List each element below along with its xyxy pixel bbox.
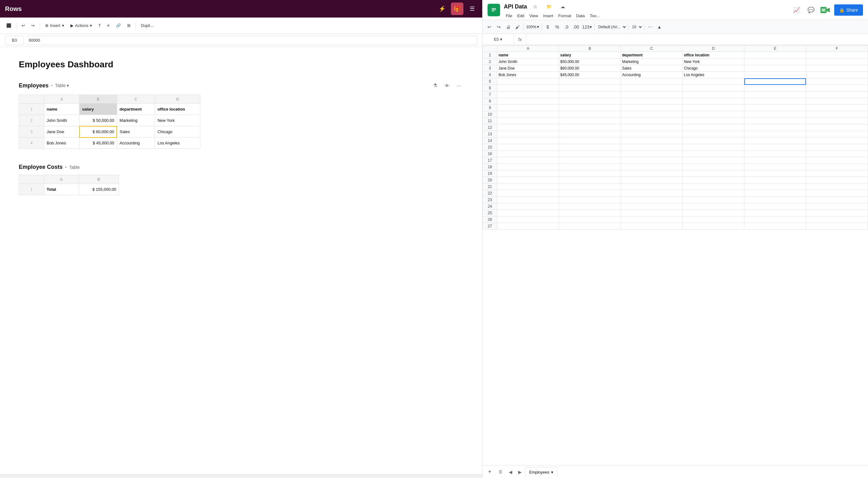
cell-b3[interactable]: $60,000.00 <box>559 65 621 72</box>
insert-button[interactable]: ⊕ Insert ▾ <box>42 20 67 31</box>
cell-a3[interactable]: Jane Doe <box>497 65 559 72</box>
cell-e3[interactable] <box>744 65 806 72</box>
cell-a5[interactable] <box>497 78 559 85</box>
employees-sheet-tab[interactable]: Employees ▾ <box>525 467 557 477</box>
more-options-button[interactable]: ⋯ <box>454 81 463 90</box>
cell-d3[interactable]: Chicago <box>682 65 744 72</box>
menu-file[interactable]: File <box>504 13 514 19</box>
sheets-grid[interactable]: A B C D E F 1 name salary department <box>483 45 868 466</box>
paint-format-button[interactable]: 🖌 <box>513 22 522 32</box>
filter-button[interactable]: ⚗ <box>430 81 440 90</box>
employees-col-c-header[interactable]: C <box>117 95 155 104</box>
cell-c4[interactable]: Accounting <box>621 72 682 78</box>
employees-location-header[interactable]: office location <box>155 104 200 115</box>
employees-row3-dept[interactable]: Sales <box>117 126 155 138</box>
cell-e2[interactable] <box>744 59 806 65</box>
cell-f5[interactable] <box>806 78 868 85</box>
cell-e5[interactable] <box>744 78 806 85</box>
undo-button[interactable]: ↩ <box>19 20 28 31</box>
cell-a4[interactable]: Bob Jones <box>497 72 559 78</box>
col-d-header[interactable]: D <box>682 46 744 52</box>
employees-name-header[interactable]: name <box>44 104 80 115</box>
meet-button[interactable]: M <box>820 4 831 16</box>
font-family-select[interactable]: Default (Ari... <box>596 24 627 30</box>
cell-d4[interactable]: Los Angeles <box>682 72 744 78</box>
cell-a2[interactable]: John Smith <box>497 59 559 65</box>
employees-row2-salary[interactable]: $ 50,000.00 <box>80 115 117 126</box>
menu-edit[interactable]: Edit <box>516 13 526 19</box>
cell-e1[interactable] <box>744 52 806 59</box>
employees-salary-header[interactable]: salary <box>80 104 117 115</box>
employees-type-button[interactable]: Table ▾ <box>55 83 69 88</box>
more-options-button[interactable]: ⋯ <box>646 22 654 32</box>
col-f-header[interactable]: F <box>806 46 868 52</box>
undo-button[interactable]: ↩ <box>485 22 494 32</box>
visibility-button[interactable]: 👁 <box>442 81 452 90</box>
duplicate-button[interactable]: Dupli... <box>138 20 156 31</box>
link-button[interactable]: 🔗 <box>113 20 123 31</box>
cell-reference-box[interactable]: B3 <box>5 36 24 45</box>
cell-c1[interactable]: department <box>621 52 682 59</box>
star-button[interactable]: ☆ <box>529 1 541 12</box>
cell-a1[interactable]: name <box>497 52 559 59</box>
currency-button[interactable]: $ <box>543 22 552 32</box>
cell-b4[interactable]: $45,000.00 <box>559 72 621 78</box>
cell-d1[interactable]: office location <box>682 52 744 59</box>
cell-e4[interactable] <box>744 72 806 78</box>
cell-d2[interactable]: New York <box>682 59 744 65</box>
costs-col-b-header[interactable]: B <box>79 175 119 184</box>
font-size-select[interactable]: 10 <box>630 24 643 30</box>
costs-type-button[interactable]: Table <box>69 165 80 170</box>
costs-row1-value[interactable]: $ 155,000.00 <box>79 184 119 195</box>
cloud-button[interactable]: ☁ <box>557 1 568 12</box>
collapse-button[interactable]: ▲ <box>655 22 664 32</box>
cell-b1[interactable]: salary <box>559 52 621 59</box>
cell-b2[interactable]: $50,000.00 <box>559 59 621 65</box>
costs-col-a-header[interactable]: A <box>44 175 79 184</box>
align-button[interactable]: ≡ <box>104 20 112 31</box>
employees-row4-dept[interactable]: Accounting <box>117 138 155 149</box>
percent-button[interactable]: % <box>553 22 561 32</box>
cell-a6[interactable] <box>497 85 559 91</box>
menu-view[interactable]: View <box>527 13 540 19</box>
employees-row4-location[interactable]: Los Angeles <box>155 138 200 149</box>
employees-row4-name[interactable]: Bob Jones <box>44 138 80 149</box>
menu-icon[interactable]: ☰ <box>467 4 477 14</box>
cell-f2[interactable] <box>806 59 868 65</box>
sheet-list-button[interactable]: ☰ <box>496 467 505 477</box>
add-sheet-button[interactable]: + <box>485 467 494 477</box>
employees-row2-dept[interactable]: Marketing <box>117 115 155 126</box>
sidebar-toggle-button[interactable]: ⬛ <box>4 20 14 31</box>
employees-col-b-header[interactable]: B <box>80 95 117 104</box>
redo-button[interactable]: ↪ <box>494 22 503 32</box>
folder-button[interactable]: 📁 <box>543 1 555 12</box>
costs-row1-label[interactable]: Total <box>44 184 79 195</box>
prev-sheet-button[interactable]: ◀ <box>506 468 515 476</box>
employees-dept-header[interactable]: department <box>117 104 155 115</box>
print-button[interactable]: 🖨 <box>504 22 513 32</box>
employees-row3-name[interactable]: Jane Doe <box>44 126 80 138</box>
comment-icon-button[interactable]: 💬 <box>805 4 817 16</box>
employees-row3-location[interactable]: Chicago <box>155 126 200 138</box>
cell-value-box[interactable]: 60000 <box>26 36 477 45</box>
col-b-header[interactable]: B <box>559 46 621 52</box>
share-button[interactable]: 🔒 Share <box>834 4 863 16</box>
col-e-header[interactable]: E <box>744 46 806 52</box>
cell-f1[interactable] <box>806 52 868 59</box>
cell-b5[interactable] <box>559 78 621 85</box>
cell-c5[interactable] <box>621 78 682 85</box>
lightning-icon[interactable]: ⚡ <box>437 4 447 14</box>
cell-f4[interactable] <box>806 72 868 78</box>
cell-reference-dropdown[interactable]: E5 ▾ <box>483 34 514 45</box>
format-number-button[interactable]: 123▾ <box>581 22 593 32</box>
menu-tools[interactable]: Too... <box>588 13 601 19</box>
menu-data[interactable]: Data <box>574 13 587 19</box>
cell-d5[interactable] <box>682 78 744 85</box>
rows-horizontal-scrollbar[interactable] <box>0 474 482 478</box>
employees-row4-salary[interactable]: $ 45,000.00 <box>80 138 117 149</box>
cell-f3[interactable] <box>806 65 868 72</box>
next-sheet-button[interactable]: ▶ <box>516 468 524 476</box>
col-c-header[interactable]: C <box>621 46 682 52</box>
decrease-decimal-button[interactable]: .0 <box>562 22 571 32</box>
gift-icon[interactable]: 🎁 <box>451 2 463 15</box>
